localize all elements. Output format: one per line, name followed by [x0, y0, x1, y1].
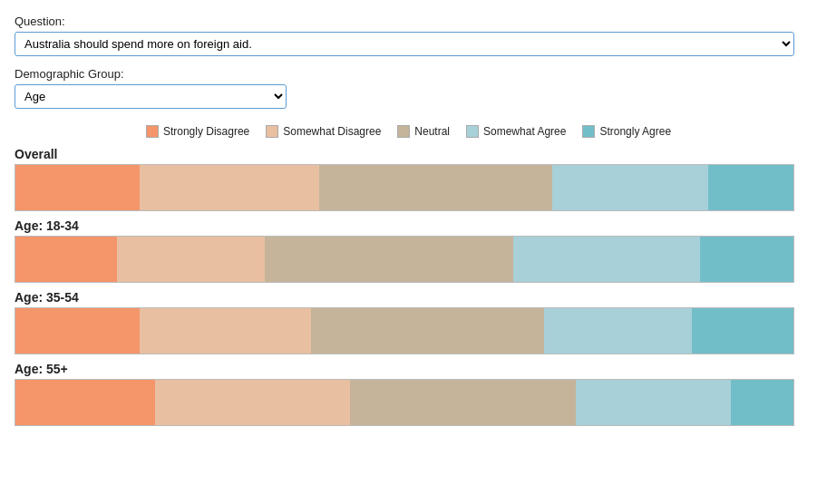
- chart-group-label-3: Age: 55+: [15, 362, 802, 376]
- bar-segment-1-0: [15, 237, 117, 282]
- legend-item-neutral: Neutral: [397, 125, 450, 138]
- legend-color-strongly-agree: [582, 125, 595, 138]
- chart-group-label-2: Age: 35-54: [15, 290, 802, 305]
- legend-color-neutral: [397, 125, 410, 138]
- bar-segment-3-1: [155, 380, 350, 425]
- bar-row-0: [15, 164, 794, 211]
- bar-segment-0-4: [708, 165, 793, 210]
- bar-segment-0-2: [319, 165, 552, 210]
- legend-color-strongly-disagree: [146, 125, 159, 138]
- legend-color-somewhat-agree: [466, 125, 479, 138]
- bar-segment-3-3: [576, 380, 732, 425]
- bar-segment-3-2: [350, 380, 576, 425]
- bar-segment-2-1: [140, 308, 311, 354]
- bar-segment-2-4: [692, 308, 793, 354]
- chart-legend: Strongly DisagreeSomewhat DisagreeNeutra…: [15, 125, 802, 138]
- chart-group-2: Age: 35-54: [15, 290, 802, 354]
- chart-group-1: Age: 18-34: [15, 218, 802, 283]
- legend-color-somewhat-disagree: [266, 125, 278, 138]
- legend-label-strongly-disagree: Strongly Disagree: [163, 125, 249, 138]
- legend-label-neutral: Neutral: [414, 125, 450, 138]
- bar-segment-1-1: [117, 237, 265, 282]
- demographic-select[interactable]: AgeGenderEducationIncome: [15, 84, 287, 109]
- bar-segment-2-0: [15, 308, 140, 354]
- chart-group-3: Age: 55+: [15, 362, 802, 426]
- bar-segment-1-3: [513, 237, 700, 282]
- bar-segment-3-0: [15, 380, 155, 425]
- bar-segment-0-3: [552, 165, 708, 210]
- legend-label-strongly-agree: Strongly Agree: [599, 125, 671, 138]
- bar-segment-1-4: [700, 237, 793, 282]
- question-select[interactable]: Australia should spend more on foreign a…: [15, 32, 794, 56]
- bar-row-3: [15, 379, 794, 426]
- question-label: Question:: [15, 15, 802, 28]
- legend-item-strongly-agree: Strongly Agree: [582, 125, 671, 138]
- bar-segment-1-2: [265, 237, 514, 282]
- bar-row-1: [15, 236, 794, 283]
- legend-item-somewhat-disagree: Somewhat Disagree: [266, 125, 381, 138]
- bar-segment-2-2: [311, 308, 544, 354]
- charts-container: OverallAge: 18-34Age: 35-54Age: 55+: [15, 147, 802, 426]
- bar-segment-0-1: [140, 165, 318, 210]
- legend-item-strongly-disagree: Strongly Disagree: [146, 125, 249, 138]
- chart-group-0: Overall: [15, 147, 802, 211]
- legend-label-somewhat-agree: Somewhat Agree: [483, 125, 566, 138]
- chart-group-label-1: Age: 18-34: [15, 218, 802, 233]
- bar-segment-0-0: [15, 165, 140, 210]
- bar-row-2: [15, 307, 794, 354]
- legend-label-somewhat-disagree: Somewhat Disagree: [283, 125, 381, 138]
- bar-segment-2-3: [544, 308, 692, 354]
- legend-item-somewhat-agree: Somewhat Agree: [466, 125, 566, 138]
- bar-segment-3-4: [731, 380, 793, 425]
- chart-group-label-0: Overall: [15, 147, 802, 161]
- demographic-label: Demographic Group:: [15, 67, 802, 81]
